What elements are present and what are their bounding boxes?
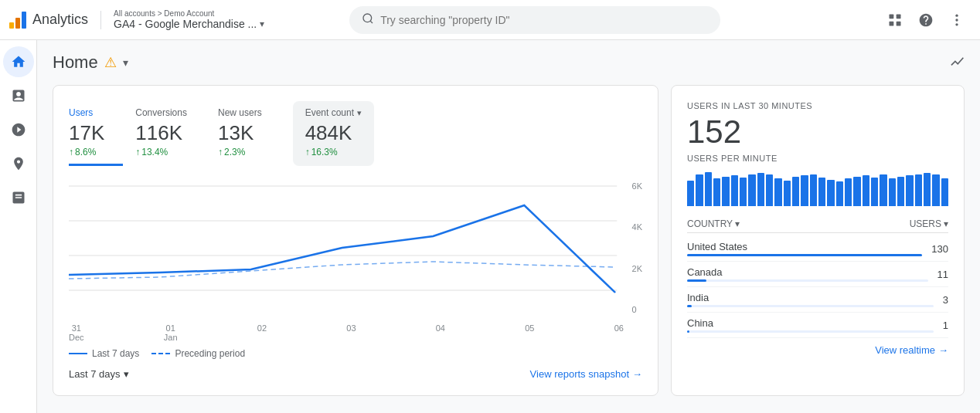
- arrow-right-icon: →: [632, 368, 642, 380]
- realtime-bar: [757, 173, 764, 206]
- arrow-right-icon-rt: →: [938, 344, 948, 356]
- metric-users[interactable]: Users 17K ↑8.6%: [69, 101, 123, 166]
- logo-icon: [9, 12, 26, 29]
- realtime-bar: [818, 178, 825, 206]
- legend-dashed: Preceding period: [151, 348, 245, 359]
- sidebar-explore-icon[interactable]: [3, 114, 34, 145]
- layout: Home ⚠ ▾ Users 17K ↑8.6%: [0, 40, 980, 413]
- metric-value-eventcount: 484K: [305, 121, 362, 145]
- realtime-bar: [889, 178, 896, 206]
- help-icon-btn[interactable]: [912, 6, 940, 34]
- realtime-bar: [880, 174, 886, 206]
- page-title: Home: [53, 52, 98, 73]
- page-actions: [949, 53, 965, 73]
- realtime-bar: [853, 177, 860, 207]
- country-users: 130: [931, 243, 948, 255]
- nav-divider: [100, 11, 101, 29]
- realtime-bar: [810, 174, 817, 206]
- realtime-bar: [863, 175, 869, 206]
- logo-area: Analytics: [9, 12, 88, 29]
- account-caret: ▾: [260, 19, 264, 29]
- svg-rect-5: [897, 21, 901, 25]
- realtime-bar: [932, 174, 939, 206]
- country-header-right[interactable]: USERS ▾: [910, 218, 948, 229]
- country-row: United States 130: [687, 236, 948, 262]
- search-input[interactable]: [380, 14, 708, 26]
- realtime-bar: [774, 178, 781, 206]
- view-realtime-link[interactable]: View realtime →: [875, 344, 948, 356]
- chart-legend: Last 7 days Preceding period: [69, 348, 642, 359]
- date-range-caret: ▾: [124, 368, 129, 380]
- realtime-bar: [827, 180, 834, 206]
- metric-change-conversions: ↑13.4%: [135, 147, 187, 157]
- title-dropdown[interactable]: ▾: [123, 56, 128, 69]
- svg-point-8: [955, 23, 958, 25]
- realtime-bar-chart: [687, 169, 948, 206]
- svg-point-6: [955, 14, 958, 16]
- country-name: United States: [687, 241, 922, 252]
- country-left: China: [687, 317, 943, 333]
- country-row: Canada 11: [687, 262, 948, 287]
- top-nav: Analytics All accounts > Demo Account GA…: [0, 0, 980, 40]
- country-name: Canada: [687, 266, 928, 278]
- metrics-row: Users 17K ↑8.6% Conversions 116K ↑13.4% …: [69, 101, 642, 166]
- sidebar-advertising-icon[interactable]: [3, 148, 34, 179]
- metric-change-eventcount: ↑16.3%: [305, 147, 362, 157]
- realtime-bar: [792, 177, 799, 207]
- realtime-bar: [836, 181, 843, 206]
- search-icon: [362, 12, 374, 28]
- metric-label-conversions: Conversions: [135, 107, 187, 118]
- metric-label-eventcount: Event count ▾: [305, 107, 362, 118]
- country-header-left[interactable]: COUNTRY ▾: [687, 218, 740, 229]
- metric-newusers[interactable]: New users 13K ↑2.3%: [218, 101, 281, 166]
- account-name[interactable]: GA4 - Google Merchandise ... ▾: [114, 18, 264, 30]
- metric-change-users: ↑8.6%: [69, 147, 104, 157]
- realtime-bar: [696, 174, 703, 206]
- realtime-bar: [687, 181, 694, 206]
- sparkline-icon-btn[interactable]: [949, 53, 965, 73]
- metric-eventcount[interactable]: Event count ▾ 484K ↑16.3%: [293, 101, 374, 166]
- country-bar-fill: [687, 254, 922, 256]
- main-chart-card: Users 17K ↑8.6% Conversions 116K ↑13.4% …: [53, 85, 658, 396]
- sidebar-configure-icon[interactable]: [3, 182, 34, 213]
- date-range-label: Last 7 days: [69, 368, 121, 380]
- more-vert-icon-btn[interactable]: [943, 6, 971, 34]
- metric-conversions[interactable]: Conversions 116K ↑13.4%: [135, 101, 206, 166]
- realtime-bar: [722, 177, 729, 207]
- metric-value-users: 17K: [69, 121, 104, 145]
- realtime-bar: [897, 177, 904, 207]
- country-users: 1: [943, 320, 948, 331]
- chart-x-labels: 31Dec 01Jan 02 03 04 05 06: [69, 323, 642, 342]
- sidebar: [0, 40, 37, 413]
- realtime-bar: [924, 173, 931, 206]
- realtime-bar: [713, 178, 720, 206]
- search-bar[interactable]: [349, 6, 720, 34]
- view-reports-link[interactable]: View reports snapshot →: [530, 368, 642, 380]
- realtime-bar: [705, 172, 712, 206]
- date-range-selector[interactable]: Last 7 days ▾: [69, 368, 129, 380]
- metric-label-newusers: New users: [218, 107, 262, 118]
- legend-solid: Last 7 days: [69, 348, 139, 359]
- metric-change-newusers: ↑2.3%: [218, 147, 262, 157]
- realtime-footer: View realtime →: [687, 344, 948, 356]
- account-selector[interactable]: All accounts > Demo Account GA4 - Google…: [114, 9, 264, 30]
- country-users: 3: [943, 294, 948, 306]
- realtime-card: USERS IN LAST 30 MINUTES 152 USERS PER M…: [671, 85, 965, 396]
- grid-icon-btn[interactable]: [881, 6, 909, 34]
- country-table-header: COUNTRY ▾ USERS ▾: [687, 215, 948, 233]
- country-name: India: [687, 292, 934, 303]
- country-rows: United States 130 Canada 11 India 3 Chin…: [687, 236, 948, 338]
- metric-value-conversions: 116K: [135, 121, 187, 145]
- country-bar-wrap: [687, 279, 928, 282]
- metric-value-newusers: 13K: [218, 121, 262, 145]
- country-row: India 3: [687, 287, 948, 313]
- country-bar-fill: [687, 305, 692, 307]
- sidebar-home-icon[interactable]: [3, 46, 34, 77]
- country-bar-fill: [687, 279, 706, 282]
- country-left: United States: [687, 241, 931, 256]
- svg-point-0: [363, 14, 372, 22]
- chart-y-labels: 6K 4K 2K 0: [632, 178, 642, 317]
- sidebar-reports-icon[interactable]: [3, 80, 34, 111]
- svg-rect-3: [897, 14, 901, 19]
- realtime-bar: [906, 175, 913, 206]
